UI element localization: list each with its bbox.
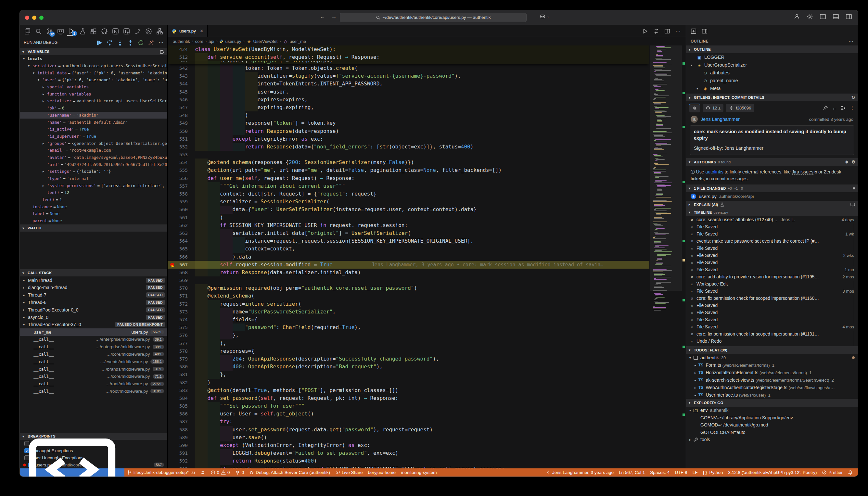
- timeline-item[interactable]: ○File Saved: [686, 223, 858, 231]
- back-icon[interactable]: ←: [832, 105, 837, 111]
- line-number[interactable]: 585: [168, 402, 188, 410]
- code-line-588[interactable]: 588 user.set_password(request.data.get("…: [168, 426, 649, 434]
- account-icon[interactable]: [794, 13, 800, 20]
- gitlens-section-header[interactable]: ▾ GITLENS: INSPECT: COMMIT DETAILS ↻: [686, 94, 858, 101]
- line-number[interactable]: 574: [168, 316, 188, 324]
- variables-section-header[interactable]: ▾ VARIABLES: [20, 48, 167, 55]
- thread-row[interactable]: ▸Thread-6PAUSED: [20, 299, 167, 306]
- code-line-553[interactable]: 553: [168, 151, 649, 158]
- feedback-icon[interactable]: [850, 202, 855, 207]
- line-number[interactable]: 560: [168, 206, 188, 213]
- line-number[interactable]: 543: [168, 72, 188, 80]
- sticky-line-424[interactable]: 424class UserViewSet(UsedByMixin, ModelV…: [168, 45, 649, 53]
- panel-views-icon[interactable]: [702, 28, 708, 34]
- line-number[interactable]: 583: [168, 387, 188, 394]
- line-number[interactable]: 562: [168, 221, 188, 229]
- variable-row[interactable]: ▸serializer=<authentik.core.api.users.Us…: [20, 97, 167, 105]
- variable-row[interactable]: ▾serializer=<authentik.core.api.users.Se…: [20, 62, 167, 69]
- activity-item-debug[interactable]: 1: [67, 26, 76, 36]
- timeline-item[interactable]: ○Undo / Redo: [686, 338, 858, 345]
- activity-item-files[interactable]: [23, 26, 32, 36]
- line-number[interactable]: 559: [168, 198, 188, 206]
- code-line-577[interactable]: 577 ),: [168, 339, 649, 347]
- line-number[interactable]: 579: [168, 355, 188, 363]
- line-number[interactable]: 570: [168, 284, 188, 292]
- code-line-560[interactable]: 560 data={"user": UserSelfSerializer(ins…: [168, 206, 649, 213]
- timeline-item[interactable]: ⌀core: add ability to provide reason for…: [686, 274, 858, 281]
- statusbar-item-lifecycle-fix-debugger-setup-[interactable]: lifecycle/fix-debugger-setup*: [124, 470, 198, 475]
- timeline-item[interactable]: ⌀events: make sure password set event ha…: [686, 238, 858, 245]
- line-number[interactable]: 551: [168, 135, 188, 143]
- line-number[interactable]: 584: [168, 394, 188, 402]
- add-view-icon[interactable]: [691, 28, 697, 34]
- code-line-583[interactable]: 583 @action(detail=True, methods=["POST"…: [168, 387, 649, 394]
- variable-row[interactable]: 'uid'='49d24724dfa590a20fb5961e9c6673cd1…: [20, 161, 167, 168]
- code-line-562[interactable]: 562 if SESSION_KEY_IMPERSONATE_USER in r…: [168, 221, 649, 229]
- breadcrumb-item-core[interactable]: core: [195, 39, 203, 44]
- timeline-item[interactable]: ○File Saved: [686, 309, 858, 316]
- layout-sidebar-right-icon[interactable]: [846, 13, 852, 20]
- jira-issues-link[interactable]: Jira issues: [792, 169, 813, 175]
- explorer-go-item[interactable]: GOTOOLCHAIN=auto: [686, 429, 858, 436]
- statusbar-item-beryjuio-home[interactable]: beryjuio-home: [366, 470, 399, 475]
- variable-row[interactable]: parent=None: [20, 217, 167, 224]
- variable-row[interactable]: 'email'='root@example.com': [20, 147, 167, 154]
- step-out-button[interactable]: [127, 40, 134, 46]
- variable-row[interactable]: ▸special variables: [20, 83, 167, 91]
- stack-frame-row[interactable]: __call__…/events/middleware.py156:1: [20, 358, 167, 366]
- outline-section-header[interactable]: ▾ OUTLINE: [686, 45, 858, 53]
- code-line-574[interactable]: 574 fields={: [168, 316, 649, 324]
- timeline-item[interactable]: ○File Saved: [686, 316, 858, 324]
- zoom-window-button[interactable]: [39, 16, 44, 20]
- line-number[interactable]: 572: [168, 300, 188, 308]
- activity-item-runall[interactable]: [144, 26, 153, 36]
- explorer-go-section-header[interactable]: ▾ EXPLORER: GO: [686, 399, 858, 407]
- activity-item-scm[interactable]: 12: [45, 26, 54, 36]
- statusbar-item-monitoring-system[interactable]: monitoring-system: [398, 470, 439, 475]
- todo-item[interactable]: ▸TSForm.ts (web/src/elements/forms)1: [686, 361, 858, 369]
- statusbar-item-lf[interactable]: LF: [690, 470, 700, 475]
- stack-frame-row[interactable]: user_meusers.py567:1: [20, 328, 167, 336]
- line-number[interactable]: 545: [168, 88, 188, 96]
- outline-item-parent_name[interactable]: ⊙parent_name: [686, 77, 858, 84]
- close-window-button[interactable]: [25, 16, 29, 20]
- line-number[interactable]: 577: [168, 339, 188, 347]
- code-line-581[interactable]: 581 },: [168, 371, 649, 378]
- line-number[interactable]: 544: [168, 80, 188, 88]
- code-line-567[interactable]: ▶567 self.request.session.modified = Tru…: [168, 261, 649, 269]
- code-line-582[interactable]: 582 ): [168, 379, 649, 387]
- copy-panel-icon[interactable]: [159, 49, 165, 54]
- explorer-go-item[interactable]: GOMOD=~/dev/authentik/go.mod: [686, 421, 858, 429]
- code-line-554[interactable]: 554 @extend_schema(responses={200: Sessi…: [168, 158, 649, 166]
- breadcrumb-item-users-py[interactable]: users.py: [219, 39, 241, 44]
- code-line-568[interactable]: 568 return Response(data=serializer.init…: [168, 269, 649, 276]
- statusbar-item-remote[interactable]: [20, 468, 124, 477]
- thread-row[interactable]: ▾ThreadPoolExecutor-37_0PAUSED ON BREAKP…: [20, 321, 167, 328]
- timeline-item[interactable]: ○Workspace Edit: [686, 281, 858, 288]
- line-number[interactable]: 582: [168, 379, 188, 387]
- explorer-go-item[interactable]: GOENV=~/Library/Application Support/go/e…: [686, 414, 858, 421]
- run-python-file-icon[interactable]: [642, 28, 648, 34]
- line-number[interactable]: 565: [168, 245, 188, 253]
- statusbar-item-jens-langhammer-3-years-ago[interactable]: Jens Langhammer, 3 years ago: [543, 470, 616, 475]
- code-line-566[interactable]: 566 ).data: [168, 253, 649, 261]
- minimize-window-button[interactable]: [32, 16, 36, 20]
- variable-row[interactable]: ▾'user'={'pk': 6, 'username': 'akadmin',…: [20, 76, 167, 83]
- call-stack-section-header[interactable]: ▾ CALL STACK: [20, 269, 167, 276]
- code-line-563[interactable]: 563 serializer.initial_data["original"] …: [168, 229, 649, 237]
- line-number[interactable]: 558: [168, 190, 188, 198]
- explain-ai-section-header[interactable]: ▸ EXPLAIN (AI): [686, 201, 858, 208]
- code-line-558[interactable]: 558 context: dict[str, Request] = {"requ…: [168, 190, 649, 198]
- code-line-565[interactable]: 565 context=context,: [168, 245, 649, 253]
- line-number[interactable]: 550: [168, 127, 188, 135]
- activity-item-org[interactable]: [155, 26, 164, 36]
- code-line-545[interactable]: 545 user=user,: [168, 88, 649, 96]
- stack-frame-row[interactable]: __call__…/brands/middleware.py31:1: [20, 366, 167, 373]
- restart-button[interactable]: [138, 40, 144, 46]
- todo-item[interactable]: ▸TSHorizontalFormElement.ts (web/src/ele…: [686, 369, 858, 376]
- code-line-569[interactable]: 569: [168, 276, 649, 284]
- thread-row[interactable]: ▸Thread-7PAUSED: [20, 291, 167, 299]
- line-number[interactable]: 590: [168, 441, 188, 449]
- explorer-go-item[interactable]: ▸tools: [686, 436, 858, 444]
- more-debug-actions-icon[interactable]: ⋯: [158, 40, 164, 45]
